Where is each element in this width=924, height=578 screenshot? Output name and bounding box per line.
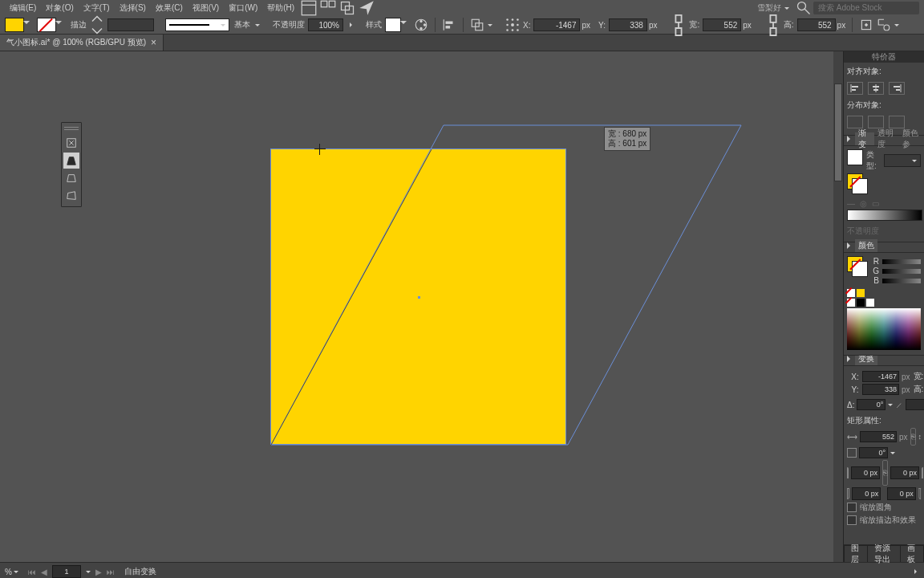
artboard-dropdown[interactable]	[86, 571, 91, 576]
dist-bottom-icon[interactable]	[889, 116, 905, 128]
tab-transform[interactable]: 变换	[855, 356, 877, 365]
corner-tr-input[interactable]	[890, 466, 919, 479]
align-right-icon[interactable]	[889, 82, 905, 95]
h-input[interactable]: px	[797, 18, 846, 31]
constrain-tool-icon[interactable]	[63, 135, 79, 151]
user-menu[interactable]: 雪梨好	[752, 2, 794, 14]
gradient-type-dropdown[interactable]	[884, 154, 921, 167]
gradient-ramp[interactable]	[847, 210, 922, 221]
edit-mode-icon[interactable]	[877, 18, 891, 32]
free-transform-toolstrip[interactable]	[61, 122, 82, 207]
transform-center-point[interactable]	[418, 296, 420, 299]
arrange-icon[interactable]	[339, 2, 355, 14]
opacity-flyout[interactable]	[350, 22, 355, 27]
scale-corners-checkbox[interactable]	[847, 503, 857, 512]
menu-type[interactable]: 文字(T)	[79, 0, 115, 16]
isolate-icon[interactable]	[859, 18, 873, 32]
next-artboard-button[interactable]: ▶	[95, 568, 102, 576]
stroke-weight-stepper[interactable]	[90, 18, 104, 32]
first-artboard-button[interactable]: ⏮	[28, 568, 36, 576]
dist-top-icon[interactable]	[847, 116, 863, 128]
close-tab-icon[interactable]: ×	[151, 37, 156, 48]
collapsed-panel-tab[interactable]: 特价器	[844, 51, 924, 63]
graphic-style-swatch[interactable]	[385, 18, 401, 32]
status-flyout[interactable]	[914, 569, 919, 574]
tab-gradient[interactable]: 渐变	[855, 132, 874, 145]
linear-gradient-icon[interactable]: —	[847, 199, 855, 208]
tab-transparency[interactable]: 透明度	[874, 132, 899, 145]
doc-grid-icon[interactable]	[320, 2, 336, 14]
align-icon[interactable]	[442, 18, 456, 32]
angle-dropdown[interactable]	[888, 404, 893, 409]
stroke-swatch[interactable]	[37, 18, 56, 32]
radial-gradient-icon[interactable]: ◎	[860, 199, 867, 208]
corner-tl-input[interactable]	[851, 466, 880, 479]
menu-help[interactable]: 帮助(H)	[262, 0, 299, 16]
send-icon[interactable]	[359, 2, 375, 14]
canvas-area[interactable]: 宽 : 680 px 高 : 601 px	[0, 51, 843, 562]
link-corners-icon[interactable]: ⎘	[882, 460, 888, 486]
link-rect-wh-icon[interactable]: ⎘	[910, 428, 916, 446]
corner-tl-icon[interactable]	[847, 467, 849, 478]
rect-angle-input[interactable]	[859, 447, 888, 458]
fill-swatch[interactable]	[5, 18, 24, 32]
corner-bl-input[interactable]	[852, 487, 881, 500]
transform-y-input[interactable]	[862, 384, 899, 395]
doc-layout-icon[interactable]	[301, 2, 317, 14]
menu-edit[interactable]: 编辑(E)	[5, 0, 41, 16]
recolor-icon[interactable]	[414, 18, 428, 32]
edit-mode-dropdown[interactable]	[894, 24, 899, 29]
transform-x-input[interactable]	[862, 371, 899, 382]
tab-colorref[interactable]: 颜色参	[899, 132, 924, 145]
last-artboard-button[interactable]: ⏭	[107, 568, 115, 576]
menu-view[interactable]: 视图(V)	[188, 0, 224, 16]
tab-artboards[interactable]: 画板	[901, 546, 924, 562]
black-swatch[interactable]	[857, 299, 865, 307]
menu-select[interactable]: 选择(S)	[115, 0, 151, 16]
toolstrip-grip[interactable]	[64, 124, 79, 132]
b-slider[interactable]	[882, 279, 921, 283]
align-left-icon[interactable]	[847, 82, 863, 95]
shape-mode-dropdown[interactable]	[488, 24, 492, 29]
color-spectrum[interactable]	[847, 308, 921, 350]
g-slider[interactable]	[882, 269, 921, 274]
stroke-style-dropdown[interactable]	[255, 24, 260, 29]
stroke-gradient-icon[interactable]: ▭	[872, 199, 879, 208]
search-icon[interactable]	[796, 2, 812, 14]
stock-search-input[interactable]: 搜索 Adobe Stock	[813, 2, 919, 14]
canvas-vertical-scrollbar[interactable]	[833, 51, 843, 562]
tab-layers[interactable]: 图层	[845, 546, 868, 562]
link-wh-icon-2[interactable]	[766, 18, 780, 32]
transform-shear-input[interactable]	[906, 399, 924, 410]
gradient-fill-stroke-swatches[interactable]	[847, 173, 868, 194]
tab-color[interactable]: 颜色	[855, 239, 877, 252]
corner-br-input[interactable]	[887, 487, 916, 500]
corner-br-icon[interactable]	[918, 488, 921, 499]
rect-w-input[interactable]	[860, 431, 897, 442]
w-input[interactable]: px	[703, 18, 752, 31]
scrollbar-thumb[interactable]	[834, 83, 842, 181]
shape-mode-icon[interactable]	[470, 18, 484, 32]
r-slider[interactable]	[882, 259, 921, 264]
reference-point-icon[interactable]	[505, 18, 520, 32]
stroke-profile-dropdown[interactable]	[165, 18, 229, 31]
none-swatch-2[interactable]	[847, 299, 855, 307]
color-fill-stroke-swatches[interactable]	[847, 256, 868, 277]
scale-strokes-checkbox[interactable]	[847, 515, 857, 525]
x-input[interactable]: px	[533, 18, 590, 31]
menu-effect[interactable]: 效果(C)	[151, 0, 188, 16]
artboard-number-input[interactable]	[52, 565, 81, 578]
perspective-tool-icon[interactable]	[63, 170, 79, 186]
free-distort-tool-icon[interactable]	[63, 188, 79, 204]
menu-window[interactable]: 窗口(W)	[224, 0, 262, 16]
y-input[interactable]: px	[609, 18, 658, 31]
align-hcenter-icon[interactable]	[868, 82, 884, 95]
opacity-input[interactable]	[308, 18, 343, 31]
white-swatch[interactable]	[866, 299, 874, 307]
gradient-preview-swatch[interactable]	[847, 149, 863, 165]
stroke-weight-input[interactable]	[107, 18, 154, 31]
free-transform-tool-icon[interactable]	[63, 153, 79, 169]
corner-bl-icon[interactable]	[847, 488, 849, 499]
tab-asset-export[interactable]: 资源导出	[868, 546, 901, 562]
none-color-icon[interactable]	[847, 289, 855, 297]
